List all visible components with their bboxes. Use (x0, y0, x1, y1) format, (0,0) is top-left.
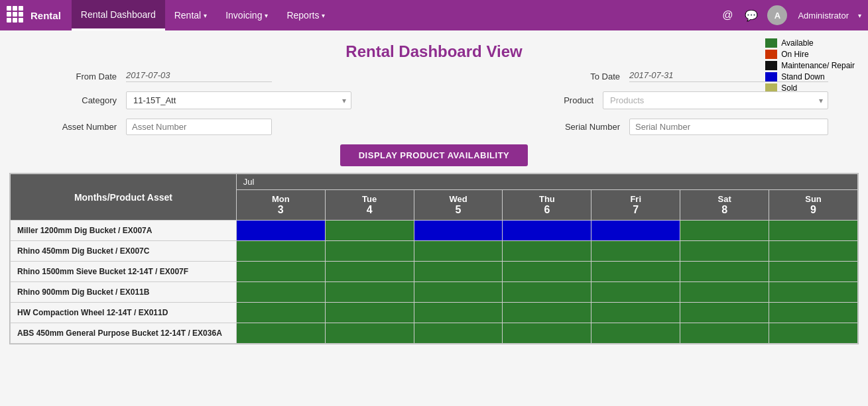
day-num-0: 3 (239, 204, 322, 216)
serial-number-input[interactable] (629, 119, 828, 135)
serial-number-label: Serial Number (563, 122, 629, 132)
calendar-cell (236, 303, 325, 323)
asset-name-cell: ABS 450mm General Purpose Bucket 12-14T … (11, 323, 237, 344)
nav-item-dashboard[interactable]: Rental Dashboard (72, 0, 165, 30)
calendar-cell (503, 323, 591, 344)
chevron-down-icon: ▾ (322, 12, 325, 19)
table-row: Rhino 450mm Dig Bucket / EX007C (11, 241, 858, 262)
app-grid-icon[interactable] (7, 6, 25, 25)
calendar-cell (236, 221, 325, 241)
calendar-cell (414, 262, 503, 282)
calendar-cell (769, 323, 858, 344)
calendar-cell (414, 282, 503, 303)
form-row-dates: From Date 2017-07-03 To Date 2017-07-31 (40, 70, 828, 82)
day-num-2: 5 (417, 204, 500, 216)
avatar: A (767, 5, 787, 25)
at-icon[interactable]: @ (719, 7, 735, 24)
calendar-cell (503, 303, 591, 323)
serial-number-group: Serial Number (563, 119, 828, 135)
calendar-cell (236, 282, 325, 303)
product-group: Product Products ▾ (536, 91, 828, 109)
main-content: Available On Hire Maintenance/ Repair St… (0, 30, 868, 406)
user-dropdown-icon[interactable]: ▾ (858, 12, 861, 19)
to-date-label: To Date (563, 72, 629, 81)
legend-label-stand-down: Stand Down (781, 72, 824, 81)
asset-column-header: Months/Product Asset (11, 174, 237, 221)
day-header-4: Fri 7 (591, 190, 680, 221)
app-name[interactable]: Rental (31, 10, 61, 21)
nav-item-rental[interactable]: Rental ▾ (165, 0, 216, 30)
legend-color-stand-down (765, 72, 777, 81)
day-name-4: Fri (594, 194, 677, 204)
legend-color-maintenance (765, 61, 777, 70)
legend: Available On Hire Maintenance/ Repair St… (765, 38, 855, 93)
day-name-5: Sat (683, 194, 766, 204)
calendar-cell (503, 241, 591, 262)
calendar-table-container: Months/Product Asset Jul Mon 3 Tue 4 (9, 173, 859, 344)
calendar-cell (769, 262, 858, 282)
header-month-row: Months/Product Asset Jul (11, 174, 858, 190)
calendar-cell (325, 262, 414, 282)
form-row-asset: Asset Number Serial Number (40, 119, 828, 135)
calendar-cell (769, 221, 858, 241)
product-select[interactable]: Products (603, 91, 828, 109)
day-name-0: Mon (239, 194, 322, 204)
calendar-cell (591, 241, 680, 262)
day-num-6: 9 (772, 204, 855, 216)
day-num-1: 4 (328, 204, 411, 216)
nav-item-invoicing[interactable]: Invoicing ▾ (216, 0, 277, 30)
legend-color-on-hire (765, 50, 777, 59)
calendar-cell (591, 303, 680, 323)
asset-number-label: Asset Number (40, 122, 126, 132)
chevron-down-icon: ▾ (265, 12, 268, 19)
nav-label-reports: Reports (286, 10, 319, 21)
day-name-1: Tue (328, 194, 411, 204)
legend-label-maintenance: Maintenance/ Repair (781, 61, 855, 70)
nav-icons: @ 💬 A Administrator ▾ (719, 5, 861, 25)
calendar-cell (414, 221, 503, 241)
nav-label-invoicing: Invoicing (225, 10, 262, 21)
asset-number-input[interactable] (126, 119, 272, 135)
calendar-cell (503, 221, 591, 241)
calendar-cell (680, 323, 769, 344)
calendar-cell (414, 323, 503, 344)
calendar-cell (680, 241, 769, 262)
nav-label-dashboard: Rental Dashboard (81, 9, 156, 20)
calendar-cell (591, 262, 680, 282)
asset-name-cell: Rhino 450mm Dig Bucket / EX007C (11, 241, 237, 262)
calendar-cell (414, 241, 503, 262)
day-header-2: Wed 5 (414, 190, 503, 221)
calendar-cell (325, 221, 414, 241)
nav-label-rental: Rental (174, 10, 201, 21)
category-select[interactable]: 11-15T_Att (126, 91, 351, 109)
page-title: Rental Dashboard View (0, 30, 868, 70)
top-navigation: Rental Rental Dashboard Rental ▾ Invoici… (0, 0, 868, 30)
from-date-value: 2017-07-03 (126, 70, 272, 82)
from-date-label: From Date (40, 72, 126, 81)
category-select-container: 11-15T_Att ▾ (126, 91, 351, 109)
calendar-table: Months/Product Asset Jul Mon 3 Tue 4 (10, 174, 858, 344)
table-scroll[interactable]: Months/Product Asset Jul Mon 3 Tue 4 (10, 174, 858, 344)
calendar-cell (503, 262, 591, 282)
calendar-cell (236, 323, 325, 344)
day-name-6: Sun (772, 194, 855, 204)
display-availability-button[interactable]: DISPLAY PRODUCT AVAILABILITY (340, 144, 528, 166)
calendar-cell (325, 241, 414, 262)
month-header: Jul (236, 174, 857, 190)
calendar-cell (680, 262, 769, 282)
day-num-4: 7 (594, 204, 677, 216)
table-row: ABS 450mm General Purpose Bucket 12-14T … (11, 323, 858, 344)
nav-item-reports[interactable]: Reports ▾ (277, 0, 334, 30)
calendar-cell (591, 282, 680, 303)
chat-icon[interactable]: 💬 (742, 7, 761, 25)
user-name[interactable]: Administrator (798, 11, 849, 21)
day-name-3: Thu (505, 194, 588, 204)
calendar-cell (503, 282, 591, 303)
calendar-cell (591, 221, 680, 241)
legend-maintenance: Maintenance/ Repair (765, 61, 855, 70)
product-label: Product (536, 95, 603, 105)
day-num-5: 8 (683, 204, 766, 216)
legend-label-on-hire: On Hire (781, 50, 808, 59)
legend-color-available (765, 38, 777, 48)
asset-name-cell: Rhino 1500mm Sieve Bucket 12-14T / EX007… (11, 262, 237, 282)
